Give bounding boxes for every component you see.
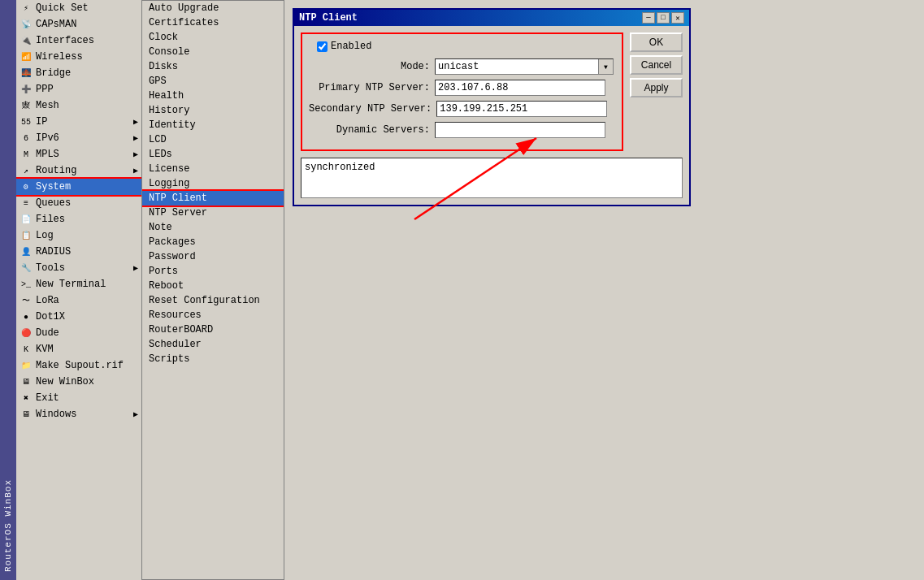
- sidebar-item-log[interactable]: 📋 Log: [16, 227, 141, 244]
- sidebar-label-lora: LoRa: [36, 295, 59, 306]
- submenu-item-scheduler[interactable]: Scheduler: [142, 337, 284, 352]
- system-icon: ⚙: [20, 180, 33, 193]
- sidebar-item-system[interactable]: ⚙ System: [16, 179, 141, 195]
- cancel-button[interactable]: Cancel: [630, 55, 683, 75]
- log-icon: 📋: [20, 229, 33, 242]
- primary-server-input[interactable]: [435, 80, 605, 96]
- make-supout-icon: 📁: [20, 359, 33, 372]
- sidebar-item-capsman[interactable]: 📡 CAPsMAN: [16, 16, 141, 32]
- sidebar-label-dot1x: Dot1X: [36, 311, 65, 322]
- submenu-item-auto-upgrade[interactable]: Auto Upgrade: [142, 1, 284, 15]
- submenu-label-routerboard: RouterBOARD: [149, 324, 213, 335]
- submenu-item-ntp-server[interactable]: NTP Server: [142, 206, 284, 220]
- sidebar-item-routing[interactable]: ↗ Routing ▶: [16, 162, 141, 179]
- sidebar-item-ppp[interactable]: ➕ PPP: [16, 81, 141, 97]
- submenu-item-history[interactable]: History: [142, 103, 284, 118]
- submenu-label-identity: Identity: [149, 119, 196, 131]
- sidebar-item-wireless[interactable]: 📶 Wireless: [16, 49, 141, 65]
- secondary-server-input[interactable]: [436, 101, 607, 117]
- submenu-item-certificates[interactable]: Certificates: [142, 15, 284, 30]
- ntp-titlebar: NTP Client ─ □ ✕: [294, 10, 689, 26]
- submenu-item-password[interactable]: Password: [142, 249, 284, 264]
- secondary-server-row: Secondary NTP Server:: [309, 101, 615, 117]
- submenu-label-ntp-server: NTP Server: [149, 207, 207, 219]
- sidebar-label-bridge: Bridge: [36, 67, 71, 79]
- mode-select[interactable]: unicast ▼: [435, 58, 614, 75]
- submenu-item-gps[interactable]: GPS: [142, 74, 284, 89]
- submenu-label-scheduler: Scheduler: [149, 339, 202, 350]
- enabled-checkbox[interactable]: [317, 41, 328, 52]
- ok-button[interactable]: OK: [630, 32, 683, 52]
- submenu-item-packages[interactable]: Packages: [142, 235, 284, 249]
- minimize-button[interactable]: ─: [642, 12, 655, 24]
- sidebar-label-dude: Dude: [36, 327, 59, 339]
- submenu-item-logging[interactable]: Logging: [142, 176, 284, 191]
- exit-icon: ✖: [20, 392, 33, 405]
- submenu-label-license: License: [149, 163, 189, 175]
- sidebar-item-ip[interactable]: 55 IP ▶: [16, 114, 141, 130]
- sidebar-item-files[interactable]: 📄 Files: [16, 211, 141, 227]
- queues-icon: ≡: [20, 197, 33, 210]
- close-button[interactable]: ✕: [671, 12, 684, 24]
- sidebar-item-new-terminal[interactable]: >_ New Terminal: [16, 276, 141, 292]
- ntp-window-title: NTP Client: [299, 12, 358, 24]
- submenu-item-identity[interactable]: Identity: [142, 118, 284, 132]
- sidebar-item-mesh[interactable]: 🕸 Mesh: [16, 97, 141, 114]
- sidebar-label-make-supout: Make Supout.rif: [36, 360, 124, 371]
- submenu-label-ports: Ports: [149, 266, 178, 277]
- maximize-button[interactable]: □: [657, 12, 670, 24]
- sidebar-item-windows[interactable]: 🖥 Windows ▶: [16, 406, 141, 422]
- submenu-item-disks[interactable]: Disks: [142, 59, 284, 74]
- sidebar-item-dude[interactable]: 🔴 Dude: [16, 325, 141, 341]
- mode-row: Mode: unicast ▼: [309, 58, 615, 75]
- submenu-item-lcd[interactable]: LCD: [142, 132, 284, 147]
- submenu-item-reset-config[interactable]: Reset Configuration: [142, 293, 284, 308]
- sidebar-item-radius[interactable]: 👤 RADIUS: [16, 244, 141, 260]
- sidebar-label-files: Files: [36, 214, 65, 225]
- submenu-item-note[interactable]: Note: [142, 220, 284, 235]
- submenu-item-reboot[interactable]: Reboot: [142, 279, 284, 293]
- apply-button[interactable]: Apply: [630, 78, 683, 97]
- submenu-item-clock[interactable]: Clock: [142, 30, 284, 45]
- submenu-label-resources: Resources: [149, 309, 202, 321]
- lora-icon: 〜: [20, 294, 33, 307]
- arrow-icon: ▶: [133, 166, 138, 175]
- submenu-item-health[interactable]: Health: [142, 89, 284, 103]
- sidebar-item-make-supout[interactable]: 📁 Make Supout.rif: [16, 357, 141, 374]
- submenu-item-license[interactable]: License: [142, 162, 284, 176]
- submenu-item-scripts[interactable]: Scripts: [142, 352, 284, 366]
- submenu-label-password: Password: [149, 251, 196, 262]
- submenu-item-ntp-client[interactable]: NTP Client: [142, 191, 284, 206]
- submenu-item-resources[interactable]: Resources: [142, 308, 284, 322]
- sidebar-label-exit: Exit: [36, 392, 59, 404]
- sidebar-item-mpls[interactable]: M MPLS ▶: [16, 146, 141, 162]
- sidebar-item-new-winbox[interactable]: 🖥 New WinBox: [16, 374, 141, 390]
- dynamic-servers-input[interactable]: [435, 122, 605, 138]
- sidebar-item-kvm[interactable]: K KVM: [16, 341, 141, 357]
- sidebar-item-ipv6[interactable]: 6 IPv6 ▶: [16, 130, 141, 146]
- submenu-item-routerboard[interactable]: RouterBOARD: [142, 322, 284, 337]
- ntp-status-text: synchronized: [305, 162, 375, 173]
- secondary-label: Secondary NTP Server:: [309, 103, 436, 115]
- submenu-item-ports[interactable]: Ports: [142, 264, 284, 279]
- sidebar-item-interfaces[interactable]: 🔌 Interfaces: [16, 32, 141, 49]
- submenu-label-history: History: [149, 105, 189, 116]
- submenu-label-logging: Logging: [149, 178, 189, 189]
- submenu-label-scripts: Scripts: [149, 353, 189, 365]
- sidebar-item-exit[interactable]: ✖ Exit: [16, 390, 141, 406]
- sidebar-item-lora[interactable]: 〜 LoRa: [16, 292, 141, 309]
- sidebar-item-quick-set[interactable]: ⚡ Quick Set: [16, 0, 141, 16]
- sidebar-label-log: Log: [36, 230, 54, 241]
- sidebar-item-tools[interactable]: 🔧 Tools ▶: [16, 260, 141, 276]
- mode-dropdown-button[interactable]: ▼: [598, 59, 613, 74]
- interfaces-icon: 🔌: [20, 34, 33, 47]
- sidebar-item-bridge[interactable]: 🌉 Bridge: [16, 65, 141, 81]
- dynamic-servers-row: Dynamic Servers:: [309, 122, 615, 138]
- submenu-item-console[interactable]: Console: [142, 45, 284, 59]
- app-label: RouterOS WinBox: [3, 479, 13, 572]
- submenu-item-leds[interactable]: LEDs: [142, 147, 284, 162]
- sidebar: ⚡ Quick Set 📡 CAPsMAN 🔌 Interfaces 📶 Wir…: [16, 0, 142, 580]
- sidebar-item-queues[interactable]: ≡ Queues: [16, 195, 141, 211]
- sidebar-label-ip: IP: [36, 116, 47, 128]
- sidebar-item-dot1x[interactable]: ● Dot1X: [16, 309, 141, 325]
